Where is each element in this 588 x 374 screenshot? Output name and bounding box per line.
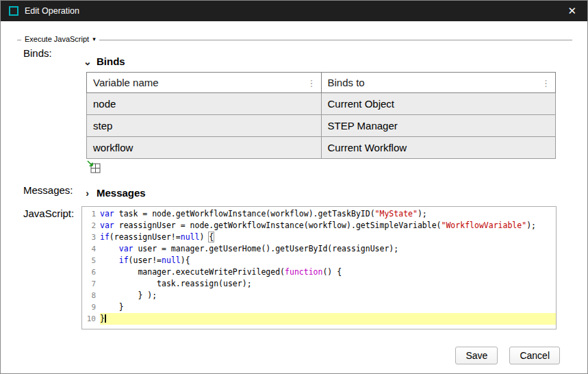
- table-row[interactable]: nodeCurrent Object: [87, 93, 556, 115]
- code-text: }: [100, 313, 556, 325]
- chevron-down-icon: ⌄: [84, 57, 91, 66]
- code-text: task.reassign(user);: [100, 278, 556, 290]
- chevron-right-icon: ›: [84, 188, 91, 198]
- code-text: }: [100, 301, 556, 313]
- app-icon: [9, 6, 18, 16]
- window-title: Edit Operation: [25, 6, 79, 16]
- line-number: 9: [82, 301, 100, 313]
- table-row[interactable]: stepSTEP Manager: [87, 115, 556, 137]
- column-header-label: Binds to: [328, 77, 365, 88]
- code-text: var user = manager.getUserHome().getUser…: [100, 243, 556, 255]
- column-menu-icon[interactable]: ⋮: [307, 77, 316, 88]
- operation-type-label: Execute JavaScript: [25, 35, 89, 43]
- binds-to-cell: Current Workflow: [321, 137, 556, 159]
- code-line[interactable]: 3if(reassignUser!=null) {: [82, 232, 556, 243]
- variable-name-cell: node: [87, 93, 322, 115]
- javascript-code-editor[interactable]: 1var task = node.getWorkflowInstance(wor…: [81, 206, 557, 329]
- line-number: 1: [82, 208, 100, 220]
- dialog-footer: Save Cancel: [455, 347, 560, 364]
- code-line[interactable]: 6 manager.executeWritePrivileged(functio…: [82, 266, 556, 278]
- code-line[interactable]: 5 if(user!=null){: [82, 255, 556, 266]
- code-line[interactable]: 7 task.reassign(user);: [82, 278, 556, 290]
- dialog-content: Execute JavaScript ▾ Binds: ⌄ Binds Vari…: [1, 21, 587, 374]
- cancel-button[interactable]: Cancel: [509, 347, 560, 364]
- line-number: 6: [82, 266, 100, 278]
- close-icon[interactable]: ✕: [565, 3, 579, 18]
- binds-table: Variable name ⋮ Binds to ⋮ nodeCurrent O…: [86, 72, 556, 159]
- column-header-label: Variable name: [93, 77, 159, 88]
- code-text: if(reassignUser!=null) {: [100, 232, 556, 243]
- code-text: var task = node.getWorkflowInstance(work…: [100, 208, 556, 220]
- messages-section-toggle[interactable]: › Messages: [84, 187, 146, 199]
- text-caret: [105, 314, 106, 323]
- line-number: 4: [82, 243, 100, 255]
- messages-section-title: Messages: [97, 187, 146, 199]
- operation-type-dropdown[interactable]: Execute JavaScript ▾: [21, 35, 99, 43]
- messages-label: Messages:: [23, 184, 73, 196]
- code-line[interactable]: 4 var user = manager.getUserHome().getUs…: [82, 243, 556, 255]
- titlebar[interactable]: Edit Operation ✕: [1, 1, 587, 21]
- code-line[interactable]: 1var task = node.getWorkflowInstance(wor…: [82, 208, 556, 220]
- column-header-variable-name[interactable]: Variable name ⋮: [87, 73, 322, 93]
- chevron-down-icon: ▾: [92, 36, 96, 42]
- line-number: 7: [82, 278, 100, 290]
- binds-to-cell: STEP Manager: [321, 115, 556, 137]
- javascript-label: JavaScript:: [23, 208, 74, 219]
- code-text: } );: [100, 290, 556, 301]
- variable-name-cell: step: [87, 115, 322, 137]
- binds-table-header-row: Variable name ⋮ Binds to ⋮: [87, 73, 556, 93]
- binds-label: Binds:: [23, 47, 52, 59]
- binds-table-body: nodeCurrent ObjectstepSTEP Managerworkfl…: [87, 93, 556, 159]
- export-table-icon[interactable]: [87, 160, 101, 173]
- binds-to-cell: Current Object: [321, 93, 556, 115]
- column-header-binds-to[interactable]: Binds to ⋮: [321, 73, 556, 93]
- edit-operation-dialog: Edit Operation ✕ Execute JavaScript ▾ Bi…: [0, 0, 588, 374]
- code-editor-lines: 1var task = node.getWorkflowInstance(wor…: [82, 208, 556, 325]
- save-button[interactable]: Save: [455, 347, 498, 364]
- line-number: 5: [82, 255, 100, 266]
- code-text: manager.executeWritePrivileged(function(…: [100, 266, 556, 278]
- group-border: [17, 40, 572, 40]
- binds-section-title: Binds: [97, 55, 125, 67]
- column-menu-icon[interactable]: ⋮: [541, 77, 550, 88]
- code-line[interactable]: 2var reassignUser = node.getWorkflowInst…: [82, 220, 556, 232]
- code-line[interactable]: 10}: [82, 313, 556, 325]
- binds-section-toggle[interactable]: ⌄ Binds: [84, 55, 125, 67]
- line-number: 2: [82, 220, 100, 232]
- line-number: 3: [82, 232, 100, 243]
- code-text: if(user!=null){: [100, 255, 556, 266]
- code-line[interactable]: 9 }: [82, 301, 556, 313]
- line-number: 10: [82, 313, 100, 325]
- variable-name-cell: workflow: [87, 137, 322, 159]
- table-row[interactable]: workflowCurrent Workflow: [87, 137, 556, 159]
- line-number: 8: [82, 290, 100, 301]
- code-text: var reassignUser = node.getWorkflowInsta…: [100, 220, 556, 232]
- code-line[interactable]: 8 } );: [82, 290, 556, 301]
